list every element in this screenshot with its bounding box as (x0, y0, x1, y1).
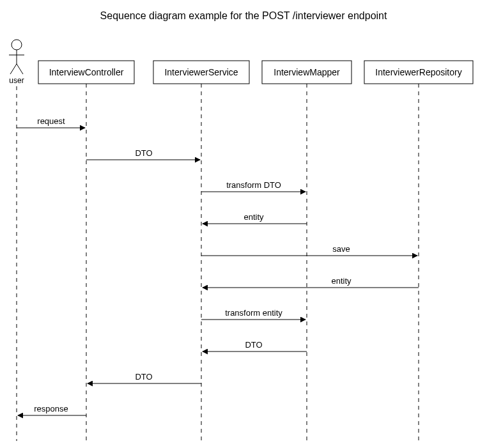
participant-mapper: InterviewMapper (262, 61, 352, 84)
msg-label: entity (331, 276, 352, 286)
participant-repository: InterviewerRepository (364, 61, 473, 84)
msg-label: DTO (135, 372, 152, 382)
participant-label: InterviewerService (164, 67, 238, 77)
msg-label: DTO (135, 148, 152, 158)
msg-label: transform DTO (226, 180, 281, 190)
msg-label: save (332, 244, 350, 254)
participant-label: InterviewerRepository (375, 67, 461, 77)
msg-label: entity (244, 212, 264, 222)
participant-label: InterviewMapper (274, 67, 340, 77)
diagram-title: Sequence diagram example for the POST /i… (100, 10, 387, 21)
sequence-diagram: Sequence diagram example for the POST /i… (0, 0, 487, 448)
svg-point-0 (12, 40, 22, 50)
svg-line-3 (10, 64, 17, 74)
participant-label: InterviewController (49, 67, 124, 77)
msg-label: request (37, 116, 65, 126)
msg-label: response (34, 404, 68, 413)
actor-label: user (9, 76, 24, 85)
msg-label: DTO (245, 340, 262, 350)
participant-service: InterviewerService (153, 61, 249, 84)
actor-user: user (9, 40, 24, 85)
svg-line-4 (17, 64, 23, 74)
msg-label: transform entity (225, 308, 282, 318)
participant-controller: InterviewController (38, 61, 134, 84)
